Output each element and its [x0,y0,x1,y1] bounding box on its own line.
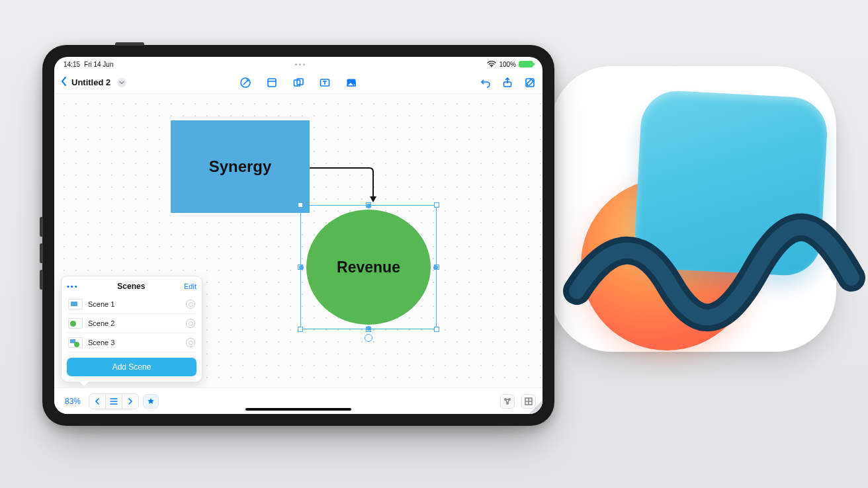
shape-circle-revenue[interactable]: Revenue [306,210,431,325]
ipad-power-button [115,42,144,46]
ipad-device-frame: 14:15 Fri 14 Jun 100% Untitled 2 [42,45,554,426]
document-title[interactable]: Untitled 2 [71,77,110,87]
ipad-screen: 14:15 Fri 14 Jun 100% Untitled 2 [54,57,542,414]
rotate-handle[interactable] [365,334,372,342]
title-dropdown-icon[interactable] [117,78,126,87]
scene-name-label: Scene 1 [88,300,181,308]
scene-name-label: Scene 2 [88,319,181,327]
next-scene-button[interactable] [122,394,138,409]
back-button[interactable] [61,77,67,88]
scene-name-label: Scene 3 [88,339,181,346]
scene-thumbnail-icon [68,337,83,348]
battery-percent-label: 100% [499,61,516,68]
ipad-side-button [40,243,43,263]
scenes-more-button[interactable]: ••• [67,282,79,290]
scene-thumbnail-icon [68,299,83,309]
scene-thumbnail-icon [68,318,83,329]
connection-point[interactable] [367,326,371,331]
minimap-button[interactable] [500,394,515,409]
connection-point[interactable] [299,265,304,270]
freeform-app-icon [550,66,836,352]
app-icon-squiggle [570,198,855,344]
shape-label: Synergy [209,157,272,176]
resize-handle[interactable] [434,327,439,332]
scenes-toggle-button[interactable] [143,394,159,409]
shapes-tool-icon[interactable] [292,77,304,89]
scenes-list-button[interactable] [106,394,122,409]
scene-navigator [89,393,139,409]
scene-row[interactable]: Scene 3 [67,333,196,352]
text-box-tool-icon[interactable] [319,77,331,89]
scenes-panel: ••• Scenes Edit Scene 1 Scene 2 Scene 3 … [61,276,202,382]
scene-row[interactable]: Scene 2 [67,314,196,333]
connection-point[interactable] [367,204,371,208]
resize-handle[interactable] [298,202,303,208]
ipad-side-button [40,217,43,237]
scene-focus-icon[interactable] [186,319,195,328]
scene-focus-icon[interactable] [186,338,195,347]
selection-box[interactable]: Revenue [300,205,437,329]
sticky-note-tool-icon[interactable] [266,77,278,89]
scenes-panel-title: Scenes [117,282,145,291]
page-curl-icon[interactable] [529,401,542,414]
compose-button[interactable] [524,77,536,89]
prev-scene-button[interactable] [89,394,105,409]
status-date: Fri 14 Jun [84,61,113,68]
shape-label: Revenue [337,259,400,276]
resize-handle[interactable] [298,327,303,332]
scenes-edit-button[interactable]: Edit [184,282,196,290]
home-indicator[interactable] [245,408,351,411]
status-bar: 14:15 Fri 14 Jun 100% [54,57,542,71]
app-toolbar: Untitled 2 [54,71,542,94]
svg-rect-2 [268,79,276,87]
svg-point-0 [491,66,492,67]
connection-point[interactable] [433,265,438,270]
image-tool-icon[interactable] [345,77,357,89]
share-button[interactable] [501,77,513,89]
connector-arrow[interactable] [310,167,386,206]
shape-rectangle-synergy[interactable]: Synergy [171,120,310,213]
add-scene-button[interactable]: Add Scene [67,358,196,376]
battery-icon [519,61,533,67]
resize-handle[interactable] [434,202,439,208]
wifi-icon [487,61,496,67]
status-time: 14:15 [64,61,80,68]
scene-row[interactable]: Scene 1 [67,295,196,314]
zoom-level-label[interactable]: 83% [61,397,85,406]
undo-button[interactable] [479,77,491,89]
scene-focus-icon[interactable] [186,300,195,309]
multitask-dots-icon[interactable] [295,63,305,65]
ipad-side-button [40,270,43,290]
pen-tool-icon[interactable] [239,77,251,89]
